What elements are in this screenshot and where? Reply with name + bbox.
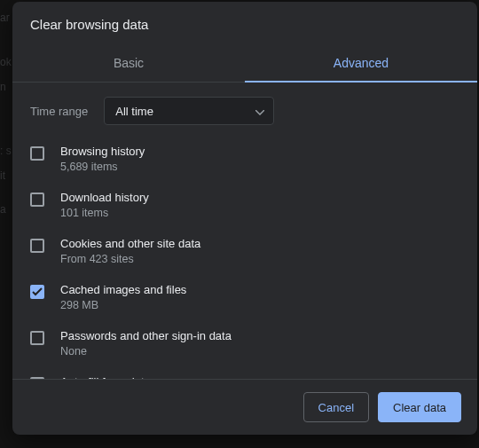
item-subtitle: 298 MB — [60, 299, 186, 311]
item-title: Cached images and files — [60, 283, 186, 296]
time-range-label: Time range — [30, 105, 88, 118]
tab-basic[interactable]: Basic — [12, 43, 245, 82]
tab-underline — [245, 81, 477, 83]
list-item: Passwords and other sign-in data None — [18, 320, 472, 366]
checkbox-cookies[interactable] — [30, 239, 44, 253]
list-item: Browsing history 5,689 items — [18, 136, 472, 182]
item-subtitle: None — [60, 345, 232, 358]
data-type-list: Browsing history 5,689 items Download hi… — [12, 132, 477, 379]
item-title: Cookies and other site data — [60, 237, 200, 250]
dialog-tabs: Basic Advanced — [12, 43, 477, 83]
checkbox-cached-images[interactable] — [30, 285, 44, 299]
list-item: Cached images and files 298 MB — [18, 274, 472, 320]
list-item: Auto-fill form data — [18, 366, 472, 379]
checkbox-passwords[interactable] — [30, 331, 44, 345]
dialog-footer: Cancel Clear data — [12, 379, 477, 435]
time-range-row: Time range All time — [12, 83, 477, 132]
checkbox-download-history[interactable] — [30, 193, 44, 207]
clear-browsing-data-dialog: Clear browsing data Basic Advanced Time … — [12, 2, 477, 435]
item-subtitle: 5,689 items — [60, 161, 145, 173]
time-range-value: All time — [115, 105, 153, 118]
checkbox-browsing-history[interactable] — [30, 146, 44, 161]
list-item: Download history 101 items — [18, 182, 472, 228]
item-title: Download history — [60, 191, 149, 204]
item-title: Passwords and other sign-in data — [60, 329, 232, 342]
chevron-down-icon — [255, 105, 264, 118]
dialog-body: Time range All time Browsing history 5,6… — [12, 83, 477, 379]
list-item: Cookies and other site data From 423 sit… — [18, 228, 472, 274]
time-range-select[interactable]: All time — [104, 97, 274, 125]
clear-data-button[interactable]: Clear data — [378, 392, 461, 422]
cancel-button[interactable]: Cancel — [303, 392, 369, 422]
dialog-title: Clear browsing data — [12, 2, 477, 43]
item-subtitle: 101 items — [60, 207, 149, 219]
item-title: Browsing history — [60, 145, 145, 158]
item-subtitle: From 423 sites — [60, 253, 200, 265]
tab-advanced[interactable]: Advanced — [245, 43, 477, 82]
